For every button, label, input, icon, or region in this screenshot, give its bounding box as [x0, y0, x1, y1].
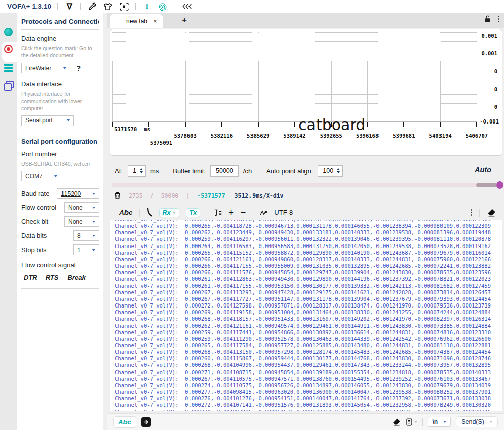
log-line: Channel_v0-7_vol(V): 0.000268,-0.0041181… [115, 316, 502, 322]
log-values: 0.000265,-0.004118728,-0.000946713,0.000… [178, 220, 491, 222]
eraser-icon[interactable] [487, 209, 496, 217]
buffer-separator: / [150, 192, 154, 199]
screenshot-icon[interactable] [119, 2, 129, 12]
x-offset-value: -5371577 [197, 192, 225, 199]
add-tab-button[interactable]: + [182, 15, 187, 25]
log-channel-prefix: Channel_v0-7_vol(V): [115, 402, 178, 408]
log-line: Channel_v0-7_vol(V): 0.000265,-0.0041187… [115, 223, 502, 229]
gridline-horizontal [112, 59, 477, 59]
history-button[interactable] [406, 418, 417, 426]
info-icon[interactable]: i [142, 2, 152, 12]
spinner-arrows-icon[interactable] [140, 167, 143, 175]
log-menu-icon[interactable] [471, 209, 472, 216]
spinner-arrows-icon[interactable] [337, 167, 340, 175]
log-channel-prefix: Channel_v0-7_vol(V): [115, 316, 178, 322]
text-mode-button[interactable]: Abc [119, 209, 133, 216]
divider [107, 158, 504, 158]
tab-label: new tab [126, 18, 147, 25]
connect-circle-icon[interactable] [4, 28, 13, 36]
fingerprint-icon[interactable] [158, 2, 168, 12]
log-values: 0.000262,-0.004121161,-0.000949574,0.000… [178, 323, 491, 329]
stop-bits-select[interactable]: 1 [73, 244, 99, 255]
rx-filter-button[interactable]: Rx [159, 208, 179, 217]
line-ending-select[interactable]: \n [428, 417, 451, 427]
send-text-mode-button[interactable]: Abc [113, 416, 136, 428]
log-output[interactable]: Channel_v0-7_vol(V): 0.000265,-0.0041187… [110, 220, 502, 411]
buffer-unit: /ch [243, 167, 252, 175]
log-channel-prefix: Channel_v0-7_vol(V): [115, 395, 178, 401]
nabla-icon[interactable]: ∇ [64, 2, 74, 12]
log-line: Channel_v0-7_vol(V): 0.000266,-0.0041171… [115, 263, 502, 269]
dtr-button[interactable]: DTR [24, 274, 37, 281]
font-increase-button[interactable]: + [228, 208, 234, 217]
log-channel-prefix: Channel_v0-7_vol(V): [115, 250, 178, 256]
data-engine-select[interactable]: FireWater [21, 63, 70, 73]
log-values: 0.000268,-0.004118157,-0.000951433,0.000… [178, 316, 491, 322]
port-select[interactable]: COM7 [21, 171, 61, 181]
data-bits-label: Data bits [21, 232, 47, 239]
protocols-panel: Protocols and Connections Data engine Cl… [17, 13, 103, 430]
chevron-down-icon [92, 193, 95, 195]
layered-windows-icon[interactable] [4, 81, 13, 90]
divider [479, 209, 480, 217]
data-interface-select[interactable]: Serial port [21, 115, 74, 126]
clear-input-eraser-icon[interactable] [393, 418, 401, 426]
trash-icon[interactable] [114, 192, 121, 199]
log-channel-prefix: Channel_v0-7_vol(V): [115, 302, 178, 309]
rts-button[interactable]: RTS [46, 274, 59, 281]
tab-close-button[interactable]: × [152, 17, 159, 25]
y-axis-label: 0 [494, 104, 497, 110]
slider-handle[interactable] [496, 181, 503, 189]
record-icon[interactable] [4, 45, 13, 53]
data-engine-help: Click the question mark: Go to the detai… [21, 45, 99, 59]
send-file-icon[interactable] [141, 417, 151, 427]
break-button[interactable]: Break [67, 274, 85, 281]
tshirt-icon[interactable] [103, 2, 113, 12]
auto-scale-label[interactable]: Auto [475, 166, 491, 174]
flow-control-value: None [68, 204, 83, 211]
waveform-icon[interactable] [260, 209, 268, 216]
menu-bars-icon[interactable] [4, 64, 13, 74]
help-question-button[interactable]: ? [76, 64, 81, 72]
lock-open-icon[interactable] [484, 15, 491, 23]
log-channel-prefix: Channel_v0-7_vol(V): [115, 349, 178, 355]
x-axis-unit[interactable]: ms [144, 126, 150, 132]
panel-heading: Protocols and Connections [21, 18, 99, 25]
font-decrease-button[interactable]: − [240, 208, 246, 217]
axis-tick [403, 122, 404, 127]
log-values: 0.000267,-0.004113293,-0.000947428,0.000… [178, 289, 491, 295]
log-values: 0.000272,-0.004127598,-0.000957871,0.000… [178, 302, 491, 309]
tab-menu-icon[interactable] [498, 16, 499, 22]
wrench-icon[interactable] [87, 2, 97, 12]
chevron-down-icon [92, 221, 95, 223]
baud-rate-combo[interactable]: 115200 [57, 188, 99, 199]
axis-tick [221, 122, 222, 127]
encoding-label[interactable]: UTF-8 [274, 209, 293, 216]
buffer-slider[interactable] [112, 183, 503, 187]
log-values: 0.000270,-0.004097986,-0.000951576,0.000… [178, 409, 491, 411]
tx-filter-button[interactable]: Tx [186, 208, 201, 217]
send-input[interactable] [161, 416, 388, 428]
data-bits-select[interactable]: 8 [73, 230, 99, 241]
check-bit-select[interactable]: None [64, 216, 99, 227]
log-line: Channel_v0-7_vol(V): 0.000268,-0.0041131… [115, 349, 502, 355]
flow-control-select[interactable]: None [64, 202, 99, 213]
x-axis-origin-value: 5371578 [114, 126, 137, 132]
flow-control-label: Flow control [21, 204, 56, 211]
align-spinbox[interactable]: 100 [318, 165, 343, 177]
log-values: 0.000272,-0.004107141,-0.000951576,0.000… [178, 402, 491, 408]
dt-label: Δt: [115, 167, 123, 175]
log-values: 0.000265,-0.004117584,-0.000957727,0.000… [178, 342, 491, 348]
tab-new-tab[interactable]: new tab × [110, 14, 163, 28]
log-values: 0.000268,-0.004113150,-0.000957298,0.000… [178, 349, 491, 355]
buffer-limit-input[interactable]: 50000 [210, 165, 239, 177]
dt-spinbox[interactable]: 1 [128, 165, 146, 177]
collapse-chevrons-icon[interactable] [182, 2, 192, 12]
log-values: 0.000259,-0.004117441,-0.000954866,0.000… [178, 329, 491, 335]
plot-grid[interactable] [112, 32, 477, 121]
log-channel-prefix: Channel_v0-7_vol(V): [115, 329, 178, 335]
text-format-icon[interactable] [214, 209, 222, 217]
hook-icon[interactable] [146, 208, 153, 217]
send-button[interactable]: Send(S) [456, 416, 498, 427]
chart-panel[interactable]: 0.0010.001000 -0.001 5371578 ms 53786035… [110, 29, 502, 156]
